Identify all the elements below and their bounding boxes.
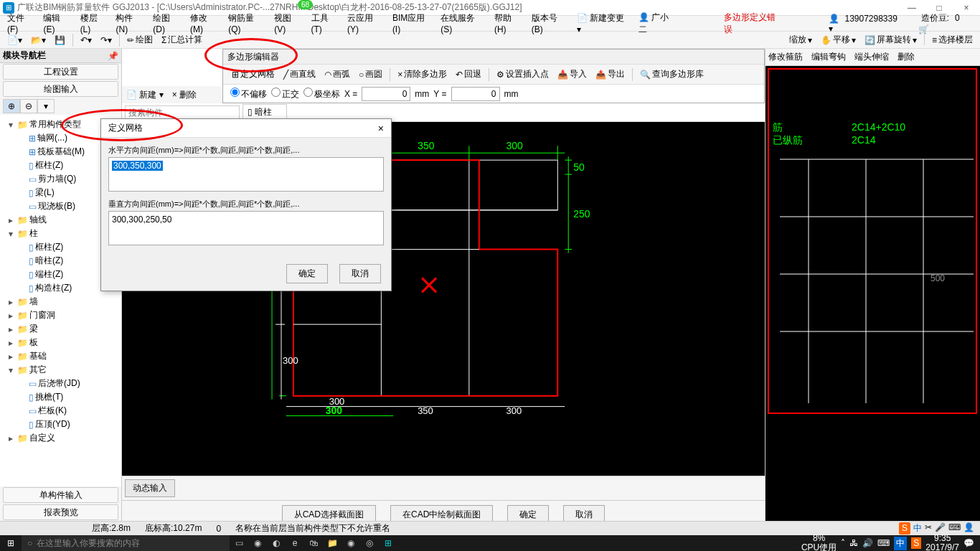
poly-clear-button[interactable]: × 清除多边形 (393, 66, 451, 83)
tree-node[interactable]: ▭ 栏板(K) (3, 404, 118, 418)
tray-cn-icon[interactable]: 中 (894, 537, 907, 550)
poly-draw-line-button[interactable]: ╱ 画直线 (279, 66, 320, 83)
notification-badge[interactable]: 68 (298, 0, 313, 9)
rt-modify-stirrup[interactable]: 修改箍筋 (768, 51, 803, 63)
sidebar-btn-single[interactable]: 单构件输入 (3, 487, 118, 503)
sidebar-tab-3[interactable]: ▾ (37, 99, 55, 113)
app-icon-5[interactable]: ⊞ (379, 535, 397, 551)
tree-node[interactable]: ▭ 后浇带(JD) (3, 377, 118, 390)
draw-tool[interactable]: ✏ 绘图 (123, 32, 157, 47)
new-doc-button[interactable]: 📄▾ (3, 34, 27, 47)
tray-vol-icon[interactable]: 🔊 (862, 538, 873, 548)
cpu-meter[interactable]: 8%CPU使用 (801, 534, 837, 551)
store-icon[interactable]: 🛍 (304, 535, 323, 551)
save-button[interactable]: 💾 (50, 34, 70, 47)
radio-polar[interactable]: 极坐标 (303, 88, 340, 100)
right-canvas[interactable]: 筋 2C14+2C10 已纵筋 2C14 500 (765, 66, 980, 521)
new-change-button[interactable]: 📄 新建变更 ▾ (573, 11, 634, 36)
ime-cn-icon[interactable]: 中 (913, 522, 922, 534)
rt-delete[interactable]: 删除 (897, 51, 915, 63)
start-button[interactable]: ⊞ (0, 535, 22, 551)
poly-import-button[interactable]: 📥 导入 (553, 66, 591, 83)
zoom-button[interactable]: 缩放 ▾ (785, 32, 816, 47)
menu-view[interactable]: 视图(V) (270, 11, 306, 36)
tree-node[interactable]: ▯ 压顶(YD) (3, 418, 118, 431)
tree-node[interactable]: ▸📁 梁 (3, 322, 118, 336)
dialog-close-button[interactable]: × (378, 123, 384, 134)
dialog-ok-button[interactable]: 确定 (286, 264, 328, 283)
app-icon-4[interactable]: ◎ (360, 535, 379, 551)
taskview-icon[interactable]: ▭ (230, 535, 248, 551)
delete-component-button[interactable]: × 删除 (168, 88, 201, 103)
app-icon-3[interactable]: ◉ (341, 535, 360, 551)
tray-notif-icon[interactable]: 💬 (963, 538, 974, 548)
taskbar-search[interactable]: ○ 在这里输入你要搜索的内容 (22, 535, 230, 552)
edge-icon[interactable]: e (286, 535, 304, 551)
poly-draw-arc-button[interactable]: ◠ 画弧 (320, 66, 354, 83)
sum-button[interactable]: Σ 汇总计算 (157, 32, 207, 47)
open-button[interactable]: 📂▾ (27, 34, 50, 47)
poly-draw-circle-button[interactable]: ○ 画圆 (354, 66, 387, 83)
radio-nooffset[interactable]: 不偏移 (230, 88, 267, 100)
h-spacing-input[interactable]: 300,350,300 (108, 157, 384, 192)
gxe-button[interactable]: 👤 广小二 (634, 10, 681, 37)
v-spacing-input[interactable]: 300,300,250,50 (108, 211, 384, 245)
menu-edit[interactable]: 编辑(E) (39, 11, 75, 36)
ime-icon[interactable]: S (899, 522, 910, 534)
sidebar-btn-draw[interactable]: 绘图输入 (3, 81, 118, 97)
poly-export-button[interactable]: 📤 导出 (591, 66, 629, 83)
menu-online[interactable]: 在线服务(S) (436, 11, 490, 36)
sidebar-pin-icon[interactable]: 📌 (108, 51, 118, 61)
app-icon-1[interactable]: ◉ (248, 535, 267, 551)
sidebar-tab-2[interactable]: ⊖ (20, 99, 37, 113)
tree-node[interactable]: ▸📁 基础 (3, 349, 118, 363)
sidebar-tab-1[interactable]: ⊕ (3, 99, 20, 113)
tray-ime-icon[interactable]: ⌨ (877, 538, 890, 548)
menu-version[interactable]: 版本号(B) (527, 11, 573, 36)
app-icon-2[interactable]: ◐ (267, 535, 286, 551)
select-floor-button[interactable]: ≡ 选择楼层 (928, 32, 977, 47)
sidebar-btn-report[interactable]: 报表预览 (3, 504, 118, 520)
explorer-icon[interactable]: 📁 (323, 535, 341, 551)
tray-up-icon[interactable]: ˄ (841, 538, 845, 548)
radio-ortho[interactable]: 正交 (271, 88, 299, 100)
pan-button[interactable]: ✋ 平移 ▾ (816, 32, 860, 47)
tree-node[interactable]: ▯ 挑檐(T) (3, 390, 118, 404)
undo-button[interactable]: ↶▾ (76, 34, 96, 47)
ime-tool-icon[interactable]: ✂ (925, 522, 932, 534)
tree-node[interactable]: ▸📁 墙 (3, 295, 118, 309)
redo-button[interactable]: ↷▾ (96, 34, 116, 47)
dialog-cancel-button[interactable]: 取消 (339, 264, 381, 283)
menu-file[interactable]: 文件(F) (3, 11, 39, 36)
menu-help[interactable]: 帮助(H) (490, 11, 527, 36)
tree-node[interactable]: ▸📁 自定义 (3, 431, 118, 445)
menu-floor[interactable]: 楼层(L) (76, 11, 112, 36)
sidebar-btn-project[interactable]: 工程设置 (3, 64, 118, 80)
menu-bim[interactable]: BIM应用(I) (388, 11, 436, 36)
tree-node[interactable]: ▾📁 其它 (3, 363, 118, 377)
rt-edit-hook[interactable]: 编辑弯钩 (811, 51, 846, 63)
svg-text:500: 500 (930, 273, 945, 283)
tree-node[interactable]: ▸📁 门窗洞 (3, 309, 118, 322)
ime-user-icon[interactable]: 👤 (963, 522, 974, 534)
separator (924, 32, 925, 45)
tray-s-icon[interactable]: S (911, 537, 921, 549)
new-component-button[interactable]: 📄 新建 ▾ (122, 88, 168, 103)
y-input[interactable] (451, 87, 500, 101)
poly-define-grid-button[interactable]: ⊞ 定义网格 (227, 66, 279, 83)
poly-query-lib-button[interactable]: 🔍 查询多边形库 (636, 66, 708, 83)
search-input[interactable] (125, 105, 240, 120)
rt-extend[interactable]: 端头伸缩 (854, 51, 889, 63)
phone-label[interactable]: 👤 13907298339 ▾ (826, 12, 908, 35)
tree-node[interactable]: ▸📁 板 (3, 336, 118, 349)
x-input[interactable] (362, 87, 410, 101)
clock[interactable]: 9:352017/9/7 (925, 534, 959, 551)
tray-net-icon[interactable]: 🖧 (849, 538, 858, 548)
menu-tool[interactable]: 工具(T) (307, 11, 343, 36)
poly-insertpt-button[interactable]: ⚙ 设置插入点 (492, 66, 553, 83)
dynamic-input-button[interactable]: 动态输入 (125, 479, 175, 497)
menu-cloud[interactable]: 云应用(Y) (343, 11, 388, 36)
rotate-button[interactable]: 🔄 屏幕旋转 ▾ (860, 32, 921, 47)
poly-undo-button[interactable]: ↶ 回退 (451, 66, 486, 83)
menu-rebar[interactable]: 钢筋量(Q) (224, 11, 270, 36)
